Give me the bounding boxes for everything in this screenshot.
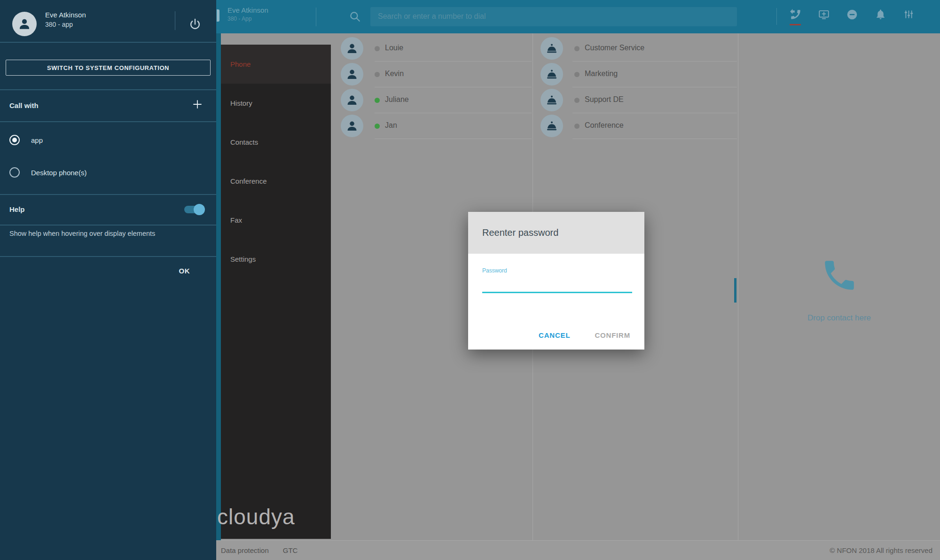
group-row-marketing[interactable]: Marketing [533, 62, 738, 87]
footer: Data protection GTC © NFON 2018 All righ… [216, 540, 940, 560]
drawer-header-divider [175, 11, 175, 30]
do-not-disturb-icon[interactable] [845, 8, 859, 25]
nav-item-label: Conference [230, 177, 267, 185]
help-row: Help [0, 194, 216, 225]
password-input-underline [482, 292, 632, 293]
ring-group-icon [540, 63, 563, 86]
nav-item-label: Phone [230, 60, 251, 68]
topbar-user-extension: 380 - App [227, 15, 268, 23]
menu-icon [217, 9, 219, 22]
divider [0, 225, 216, 226]
contact-name: Louie [385, 44, 403, 52]
search-placeholder: Search or enter a number to dial [378, 12, 486, 21]
footer-link-gtc[interactable]: GTC [283, 546, 298, 554]
nav-item-settings[interactable]: Settings [221, 240, 331, 279]
nav-item-phone[interactable]: Phone [221, 45, 331, 84]
phone-handset-icon [820, 256, 859, 296]
ring-group-icon [540, 37, 563, 60]
search-icon [349, 10, 361, 24]
nav-item-conference[interactable]: Conference [221, 162, 331, 201]
contact-row-jan[interactable]: Jan [335, 113, 533, 139]
topbar: Eve Atkinson 380 - App Search or enter a… [216, 0, 940, 33]
footer-copyright: © NFON 2018 All rights reserved [830, 546, 940, 554]
screen-share-icon[interactable] [817, 8, 831, 25]
settings-drawer: Eve Atkinson 380 - app SWITCH TO SYSTEM … [0, 0, 216, 560]
nav-item-label: Contacts [230, 138, 258, 146]
ring-group-icon [540, 115, 563, 137]
drawer-user-name: Eve Atkinson [45, 11, 86, 19]
presence-dot [375, 124, 380, 129]
nav-item-label: Settings [230, 255, 256, 263]
drop-contact-hint: Drop contact here [738, 313, 940, 323]
presence-dot [375, 98, 380, 103]
group-name: Conference [585, 121, 624, 130]
collapsed-rail [216, 33, 221, 540]
radio-label: app [31, 136, 43, 144]
contact-row-kevin[interactable]: Kevin [335, 62, 533, 87]
contact-name: Juliane [385, 95, 409, 104]
call-with-option-app[interactable]: app [9, 135, 43, 145]
presence-dot [574, 72, 580, 77]
scrollbar-thumb[interactable] [734, 278, 736, 303]
contact-row-louie[interactable]: Louie [335, 36, 533, 62]
nav-item-fax[interactable]: Fax [221, 201, 331, 240]
call-drop-panel[interactable]: Drop contact here [738, 33, 940, 540]
dialog-title: Reenter password [468, 212, 644, 254]
nav-item-history[interactable]: History [221, 84, 331, 123]
topbar-divider [316, 8, 316, 26]
call-with-option-desktop-phones[interactable]: Desktop phone(s) [9, 167, 86, 178]
presence-dot [574, 46, 580, 51]
help-hint-text: Show help when hovering over display ele… [9, 230, 197, 237]
divider [0, 121, 216, 122]
switch-to-system-configuration-button[interactable]: SWITCH TO SYSTEM CONFIGURATION [6, 60, 211, 76]
group-row-customer-service[interactable]: Customer Service [533, 36, 738, 62]
topbar-divider-right [776, 8, 777, 25]
toggle-knob [194, 204, 205, 215]
group-row-support-de[interactable]: Support DE [533, 87, 738, 113]
radio-selected-icon [9, 135, 20, 145]
contact-row-juliane[interactable]: Juliane [335, 87, 533, 113]
help-toggle[interactable] [184, 206, 203, 213]
forwarding-active-indicator [790, 24, 801, 25]
group-row-conference[interactable]: Conference [533, 113, 738, 139]
confirm-button[interactable]: CONFIRM [595, 331, 630, 339]
nav-item-contacts[interactable]: Contacts [221, 123, 331, 162]
group-name: Marketing [585, 70, 618, 78]
password-input[interactable] [482, 276, 632, 292]
divider [0, 256, 216, 257]
add-device-icon[interactable] [192, 99, 207, 112]
presence-dot [375, 46, 380, 51]
call-forwarding-icon[interactable] [789, 8, 803, 25]
radio-label: Desktop phone(s) [31, 169, 86, 177]
reenter-password-dialog: Reenter password Password CANCEL CONFIRM [468, 212, 644, 350]
person-avatar-icon [341, 115, 363, 137]
presence-dot [574, 98, 580, 103]
ring-group-icon [540, 89, 563, 111]
cancel-button[interactable]: CANCEL [539, 331, 570, 339]
audio-settings-icon[interactable] [901, 8, 916, 25]
group-name: Support DE [585, 95, 624, 104]
call-with-row: Call with [0, 89, 216, 121]
call-with-label: Call with [9, 101, 39, 109]
person-avatar-icon [341, 37, 363, 60]
cloudya-logo: cloudya [217, 504, 295, 529]
topbar-user[interactable]: Eve Atkinson 380 - App [227, 6, 268, 23]
app-root: Eve Atkinson 380 - App Search or enter a… [0, 0, 940, 560]
presence-dot [375, 72, 380, 77]
nav-item-label: Fax [230, 216, 242, 224]
person-avatar-icon [341, 63, 363, 86]
group-name: Customer Service [585, 44, 644, 52]
ok-button[interactable]: OK [179, 267, 190, 275]
logout-power-icon[interactable] [188, 18, 202, 33]
notifications-icon[interactable] [873, 8, 887, 25]
password-field-label: Password [482, 267, 507, 274]
footer-link-data-protection[interactable]: Data protection [221, 546, 269, 554]
user-avatar [12, 12, 37, 36]
drawer-header: Eve Atkinson 380 - app [0, 0, 216, 43]
topbar-user-name: Eve Atkinson [227, 6, 268, 15]
presence-dot [574, 124, 580, 129]
person-avatar-icon [341, 89, 363, 111]
drawer-user-extension: 380 - app [45, 21, 73, 28]
main-nav: Phone History Contacts Conference Fax Se… [221, 45, 331, 539]
contact-name: Jan [385, 121, 397, 130]
